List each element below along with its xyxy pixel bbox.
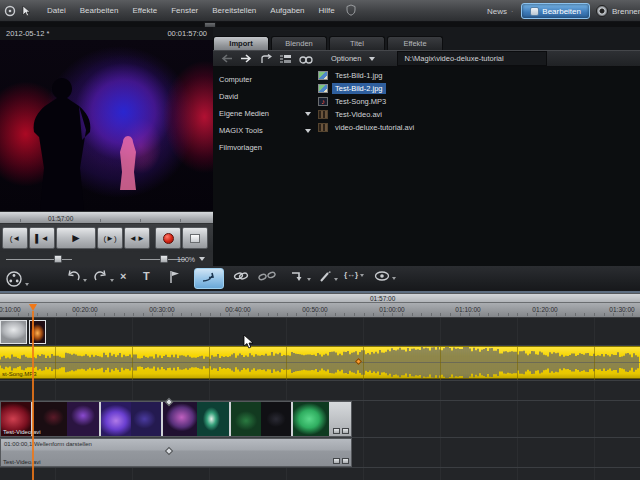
file-row-test-bild-2[interactable]: Test-Bild-2.jpg [318,82,417,95]
folder-up-icon[interactable] [260,54,272,64]
search-binoculars-icon[interactable] [299,54,313,64]
menu-aufgaben[interactable]: Aufgaben [263,3,311,18]
video-audio-clip-label: Test-Video.avi [3,459,41,465]
position-slider-track[interactable] [6,259,72,260]
razor-pencil-button[interactable] [318,270,338,283]
video-preview-monitor[interactable] [0,40,213,211]
sidebar-label: Filmvorlagen [219,143,262,152]
audio-track-clip-test-song[interactable]: st-Song.MP3 [0,346,640,379]
mode-bearbeiten-button[interactable]: Bearbeiten [521,3,590,19]
group-link-button[interactable] [233,270,249,282]
menu-fenster[interactable]: Fenster [164,3,205,18]
transport-controls: (◄ ▌◄ ► (►) ◄► [0,224,213,252]
range-start-button[interactable]: (◄ [2,227,28,249]
file-row-test-bild-1[interactable]: Test-Bild-1.jpg [318,69,417,82]
zoom-dropdown-icon[interactable] [199,257,205,261]
timeline-tracks: st-Song.MP3 Test-Video.avi 01:00:00,1 We… [0,318,640,480]
ruler-tick: 00:10:00 [0,306,21,313]
video-track-clip-test-video[interactable]: Test-Video.avi [0,401,352,437]
sidebar-item-filmvorlagen[interactable]: Filmvorlagen [215,139,315,156]
project-date-label: 2012-05-12 * [6,29,49,38]
preview-scrub-bar[interactable]: 01:57:00 [0,211,213,224]
news-separator: · [511,8,513,15]
title-clip[interactable] [0,320,27,344]
tab-blenden[interactable]: Blenden [271,36,327,50]
burn-disc-icon [596,5,608,17]
range-brackets-button[interactable]: {↔} [344,270,364,279]
sidebar-item-computer[interactable]: Computer [215,71,315,88]
brackets-glyph: {↔} [344,270,358,279]
chevron-down-icon [305,112,311,116]
ungroup-unlink-button[interactable] [258,270,276,282]
menu-effekte[interactable]: Effekte [125,3,164,18]
ruler-tick: 01:10:00 [455,306,480,313]
menu-datei[interactable]: Datei [40,3,73,18]
undo-button[interactable] [66,270,87,284]
chevron-down-icon [305,129,311,133]
timeline-range-bar[interactable]: 01:57:00 [0,293,640,303]
sidebar-item-eigene-medien[interactable]: Eigene Medien [215,105,315,122]
mode-brennen-button[interactable]: Brennen [596,5,640,17]
new-object-reel-button[interactable] [5,270,29,288]
pool-tabs: Import Blenden Titel Effekte [213,36,443,50]
menu-hilfe[interactable]: Hilfe [312,3,342,18]
mouse-cursor [243,334,255,354]
menu-bar: Datei Bearbeiten Effekte Fenster Bereits… [0,0,640,22]
mouse-mode-button[interactable] [194,268,224,289]
file-row-test-video[interactable]: Test-Video.avi [318,108,417,121]
edit-mode-icon [530,7,539,16]
transition-diamond-icon[interactable] [165,447,173,455]
tab-titel[interactable]: Titel [329,36,385,50]
record-button[interactable] [155,227,181,249]
marker-flag-button[interactable] [168,270,181,284]
back-icon[interactable] [220,54,233,63]
frame-forward-button[interactable]: (►) [97,227,123,249]
timeline-ruler[interactable]: 00:10:00 00:20:00 00:30:00 00:40:00 00:5… [0,303,640,318]
sidebar-label: David [219,92,238,101]
news-button[interactable]: News [487,7,507,16]
forward-icon[interactable] [240,54,253,63]
options-label: Optionen [331,54,361,63]
playhead-marker[interactable] [29,304,37,311]
menu-bearbeiten[interactable]: Bearbeiten [73,3,126,18]
position-slider-handle[interactable] [54,255,62,263]
tab-effekte[interactable]: Effekte [387,36,443,50]
edit-mode-label: Bearbeiten [542,7,581,16]
options-dropdown[interactable]: Optionen [331,54,375,63]
sidebar-label: Eigene Medien [219,109,269,118]
edit-toolbar: × T {↔} [0,266,640,293]
title-editor-button[interactable]: T [143,270,150,282]
arrange-mode-icon[interactable] [20,5,32,17]
video-audio-clip-test-video[interactable]: 01:00:00,1 Wellenform darstellen Test-Vi… [0,438,352,467]
folder-tree-icon[interactable] [279,54,292,64]
sidebar-label: MAGIX Tools [219,126,263,135]
file-row-test-song[interactable]: ♪ Test-Song.MP3 [318,95,417,108]
redo-button[interactable] [93,270,114,284]
jump-start-button[interactable]: ▌◄ [29,227,55,249]
preview-zoom-slider-handle[interactable] [160,255,168,263]
curve-arrow-button[interactable] [290,270,311,283]
sidebar-label: Computer [219,75,252,84]
path-field[interactable]: N:\Magix\video-deluxe-tutorial [397,51,547,66]
shield-icon[interactable] [346,2,356,20]
video-clip-label: Test-Video.avi [3,429,41,435]
menu-bereitstellen[interactable]: Bereitstellen [205,3,263,18]
stop-button[interactable] [182,227,208,249]
video-file-icon [318,123,328,132]
sidebar-item-david[interactable]: David [215,88,315,105]
clip-end-icons[interactable] [333,458,349,464]
play-button[interactable]: ► [56,227,96,249]
playhead-line[interactable] [32,311,34,480]
sidebar-item-magix-tools[interactable]: MAGIX Tools [215,122,315,139]
file-row-tutorial-video[interactable]: video-deluxe-tutorial.avi [318,121,417,134]
ruler-tick: 00:40:00 [225,306,250,313]
image-file-icon [318,84,328,93]
file-name: Test-Bild-2.jpg [332,83,386,94]
pool-toolbar: Optionen N:\Magix\video-deluxe-tutorial [213,50,640,67]
delete-object-button[interactable]: × [120,270,126,282]
video-preview-panel: 2012-05-12 * 00:01:57:00 01:57:00 (◄ ▌◄ … [0,27,213,266]
range-end-button[interactable]: ◄► [124,227,150,249]
clip-end-icons[interactable] [333,428,349,434]
preview-eye-button[interactable] [374,270,396,282]
tab-import[interactable]: Import [213,36,269,50]
